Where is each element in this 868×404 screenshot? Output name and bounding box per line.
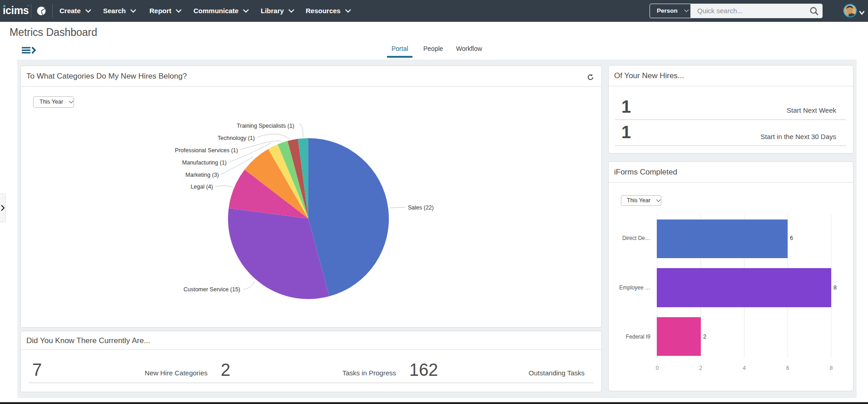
svg-text:Manufacturing (1): Manufacturing (1) — [182, 160, 227, 166]
svg-text:6: 6 — [786, 365, 789, 371]
svg-text:Customer Service (15): Customer Service (15) — [184, 286, 240, 293]
svg-text:0: 0 — [656, 365, 659, 371]
svg-text:Marketing (3): Marketing (3) — [185, 172, 219, 178]
svg-text:Legal (4): Legal (4) — [191, 184, 213, 190]
svg-text:6: 6 — [790, 235, 793, 241]
svg-text:Direct De…: Direct De… — [622, 235, 650, 241]
svg-text:Professional Services (1): Professional Services (1) — [175, 147, 238, 154]
svg-text:8: 8 — [833, 284, 837, 291]
svg-text:Employee …: Employee … — [619, 284, 650, 291]
svg-text:8: 8 — [830, 365, 833, 371]
svg-text:4: 4 — [743, 365, 746, 371]
svg-text:2: 2 — [703, 334, 706, 340]
svg-text:Training Specialists (1): Training Specialists (1) — [237, 123, 294, 129]
svg-text:Federal I9: Federal I9 — [626, 334, 650, 340]
svg-text:Technology (1): Technology (1) — [218, 135, 255, 141]
svg-text:2: 2 — [699, 365, 702, 371]
svg-text:Sales (22): Sales (22) — [408, 204, 434, 211]
